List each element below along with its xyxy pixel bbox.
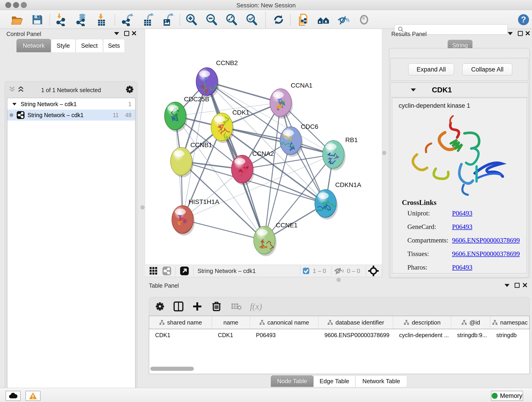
column-header-label: namespac xyxy=(500,319,528,326)
panel-close-icon[interactable]: ✕ xyxy=(521,281,529,289)
column-header--id[interactable]: @id xyxy=(451,316,490,329)
save-session-icon[interactable] xyxy=(31,13,44,26)
tab-sets[interactable]: Sets xyxy=(103,39,125,52)
table-hscrollbar-thumb[interactable] xyxy=(150,367,194,371)
panel-float-icon[interactable] xyxy=(123,30,131,37)
cell-canonical-name[interactable]: P06493 xyxy=(250,329,318,341)
table-hscrollbar-track[interactable] xyxy=(149,366,529,371)
node-label-CDK1: CDK1 xyxy=(232,109,249,116)
node-label-CCNA2: CCNA2 xyxy=(252,150,274,157)
gear-icon[interactable] xyxy=(126,85,133,93)
tab-network[interactable]: Network xyxy=(17,39,51,52)
tab-select[interactable]: Select xyxy=(76,39,103,52)
network-node-CDC25B[interactable]: CDC25B xyxy=(165,96,209,132)
refresh-icon[interactable] xyxy=(272,13,285,26)
import-table-icon[interactable] xyxy=(95,13,108,26)
panel-menu-icon[interactable] xyxy=(113,30,120,37)
table-gear-icon[interactable] xyxy=(156,302,164,311)
column-header-namespac[interactable]: namespac xyxy=(490,316,530,329)
bar-separator xyxy=(366,266,366,275)
tab-network-table[interactable]: Network Table xyxy=(355,375,407,387)
cell-description[interactable]: cyclin-dependent ... xyxy=(393,329,451,341)
open-session-icon[interactable] xyxy=(10,13,24,26)
column-header-database-identifier[interactable]: database identifier xyxy=(318,316,393,329)
panel-float-icon[interactable] xyxy=(513,281,521,289)
crosshair-icon[interactable] xyxy=(368,266,379,276)
panel-close-icon[interactable]: ✕ xyxy=(524,30,532,37)
new-network-from-selection-icon[interactable] xyxy=(298,13,311,26)
column-header-shared-name[interactable]: shared name xyxy=(149,316,212,329)
network-node-CDKN1A[interactable]: CDKN1A xyxy=(315,181,361,220)
import-network-file-icon[interactable] xyxy=(55,13,69,26)
right-splitter-handle[interactable] xyxy=(382,151,386,155)
expand-all-button[interactable]: Expand All xyxy=(408,64,454,75)
export-image-icon[interactable] xyxy=(161,13,174,26)
node-count: 11 xyxy=(113,112,119,119)
crosslink-row: Pharos:P06493 xyxy=(407,264,522,271)
network-edge-CCNA2-CDKN1A[interactable] xyxy=(242,169,326,204)
crosslink-value-link[interactable]: 9606.ENSP00000378699 xyxy=(452,250,520,258)
zoom-fit-icon[interactable] xyxy=(225,13,238,26)
hide-selected-icon[interactable] xyxy=(336,13,350,26)
cell-shared-name[interactable]: CDK1 xyxy=(149,329,212,341)
cell--id[interactable]: stringdb:9... xyxy=(451,329,490,341)
bar-separator xyxy=(176,266,176,275)
panel-menu-icon[interactable] xyxy=(503,281,511,289)
cell-namespac[interactable]: stringdb xyxy=(490,329,530,341)
network-view-canvas[interactable]: CCNB2CCNA1CDC25BCDK1CDC6RB1CCNB1CCNA2CDK… xyxy=(145,29,382,265)
crosslink-value-link[interactable]: 9606.ENSP00000378699 xyxy=(452,236,520,244)
collection-collapse-icon[interactable] xyxy=(12,103,17,105)
table-toolbar: f(x) xyxy=(149,297,530,316)
tab-edge-table[interactable]: Edge Table xyxy=(313,375,355,387)
crosslink-value-link[interactable]: P06493 xyxy=(452,210,472,217)
add-column-icon[interactable] xyxy=(193,302,202,311)
memory-button[interactable]: Memory xyxy=(491,391,523,401)
tab-node-table[interactable]: Node Table xyxy=(271,375,313,387)
network-list-panel: 1 of 1 Network selected String Network –… xyxy=(5,81,138,402)
network-node-CCNB2[interactable]: CCNB2 xyxy=(196,59,238,98)
column-header-canonical-name[interactable]: canonical name xyxy=(250,316,318,329)
split-columns-icon[interactable] xyxy=(173,301,184,312)
help-icon[interactable]: ? xyxy=(517,13,530,26)
panel-menu-icon[interactable] xyxy=(506,30,514,37)
network-node-HIST1H1A[interactable]: HIST1H1A xyxy=(172,198,219,236)
zoom-out-icon[interactable] xyxy=(205,13,218,26)
column-tree-icon xyxy=(327,320,333,325)
zoom-in-icon[interactable] xyxy=(185,13,198,26)
column-header-label: description xyxy=(412,319,441,326)
column-header-description[interactable]: description xyxy=(393,316,451,329)
network-share-gray-icon[interactable] xyxy=(162,266,171,275)
birds-eye-view-icon[interactable] xyxy=(149,267,158,275)
crosslink-value-link[interactable]: P06493 xyxy=(452,223,472,230)
gene-section-header[interactable]: CDK1 xyxy=(391,83,528,97)
open-in-new-window-icon[interactable] xyxy=(180,266,189,275)
crosslink-row: GeneCard:P06493 xyxy=(407,223,522,230)
first-neighbors-icon[interactable] xyxy=(317,13,330,26)
gene-collapse-icon[interactable] xyxy=(411,89,416,91)
network-node-CDC6[interactable]: CDC6 xyxy=(280,123,318,157)
left-splitter-handle[interactable] xyxy=(140,205,145,210)
zoom-selected-icon[interactable] xyxy=(245,13,258,26)
warnings-button[interactable] xyxy=(25,391,41,401)
show-all-icon[interactable] xyxy=(357,13,371,26)
tab-style[interactable]: Style xyxy=(51,39,76,52)
collapse-all-button[interactable]: Collapse All xyxy=(462,64,512,75)
panel-close-icon[interactable]: ✕ xyxy=(130,30,138,37)
hidden-eye-icon[interactable] xyxy=(334,267,344,275)
crosslink-value-link[interactable]: P06493 xyxy=(452,264,472,271)
delete-column-icon[interactable] xyxy=(212,301,221,312)
export-network-icon[interactable] xyxy=(121,13,134,26)
column-header-name[interactable]: name xyxy=(212,316,250,329)
network-collection-row[interactable]: String Network – cdk1 1 xyxy=(7,99,135,109)
cloud-button[interactable] xyxy=(6,391,21,401)
import-network-database-icon[interactable] xyxy=(75,13,89,26)
network-node-RB1[interactable]: RB1 xyxy=(323,136,358,171)
selected-checkbox-icon[interactable] xyxy=(303,268,310,274)
export-table-icon[interactable] xyxy=(142,13,155,26)
horizontal-splitter-handle[interactable] xyxy=(336,278,341,282)
network-row[interactable]: String Network – cdk1 11 48 xyxy=(7,109,135,121)
cell-database-identifier[interactable]: 9606.ENSP00000378699 xyxy=(318,329,393,341)
cell-name[interactable]: CDK1 xyxy=(212,329,250,341)
panel-float-icon[interactable] xyxy=(516,30,524,37)
toolbar-separator xyxy=(265,12,266,27)
